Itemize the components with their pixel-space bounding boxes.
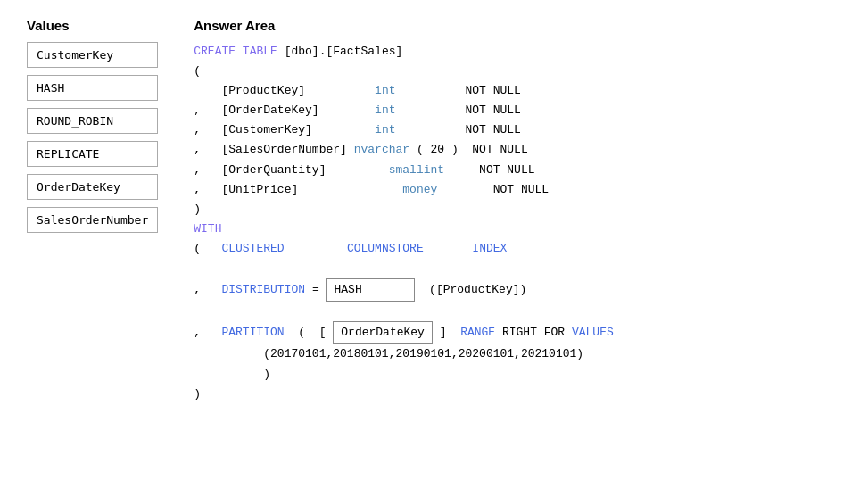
answer-title: Answer Area [194,18,841,33]
line-values-close: ) [194,365,841,385]
value-box-round-robin[interactable]: ROUND_ROBIN [27,108,158,134]
line-clustered: ( CLUSTERED COLUMNSTORE INDEX [194,239,841,259]
line-productkey: [ProductKey] int NOT NULL [194,81,841,101]
line-values-list: (20170101,20180101,20190101,20200101,202… [194,344,841,364]
line-final-close: ) [194,385,841,404]
answer-section: Answer Area CREATE TABLE [dbo].[FactSale… [194,18,841,404]
line-with: WITH [194,219,841,239]
value-box-orderdatekey[interactable]: OrderDateKey [27,174,158,200]
value-box-customerkey[interactable]: CustomerKey [27,42,158,68]
line-unitprice: , [UnitPrice] money NOT NULL [194,180,841,200]
line-create: CREATE TABLE [dbo].[FactSales] [194,42,841,62]
line-customerkey: , [CustomerKey] int NOT NULL [194,120,841,140]
code-block: CREATE TABLE [dbo].[FactSales] ( [Produc… [194,42,841,404]
value-box-hash[interactable]: HASH [27,75,158,101]
line-close-paren: ) [194,200,841,219]
values-title: Values [27,18,158,33]
line-distribution: , DISTRIBUTION = HASH ([ProductKey]) [194,259,841,302]
main-container: Values CustomerKey HASH ROUND_ROBIN REPL… [27,18,841,404]
line-partition: , PARTITION ( [ OrderDateKey ] RANGE RIG… [194,302,841,344]
distribution-answer-box[interactable]: HASH [326,278,415,302]
values-section: Values CustomerKey HASH ROUND_ROBIN REPL… [27,18,158,240]
line-open-paren: ( [194,62,841,81]
line-orderdatekey: , [OrderDateKey] int NOT NULL [194,101,841,120]
value-box-salesordernumber[interactable]: SalesOrderNumber [27,207,158,233]
partition-answer-box[interactable]: OrderDateKey [333,321,433,344]
value-box-replicate[interactable]: REPLICATE [27,141,158,167]
line-salesordernumber: , [SalesOrderNumber] nvarchar ( 20 ) NOT… [194,140,841,160]
line-orderquantity: , [OrderQuantity] smallint NOT NULL [194,161,841,180]
